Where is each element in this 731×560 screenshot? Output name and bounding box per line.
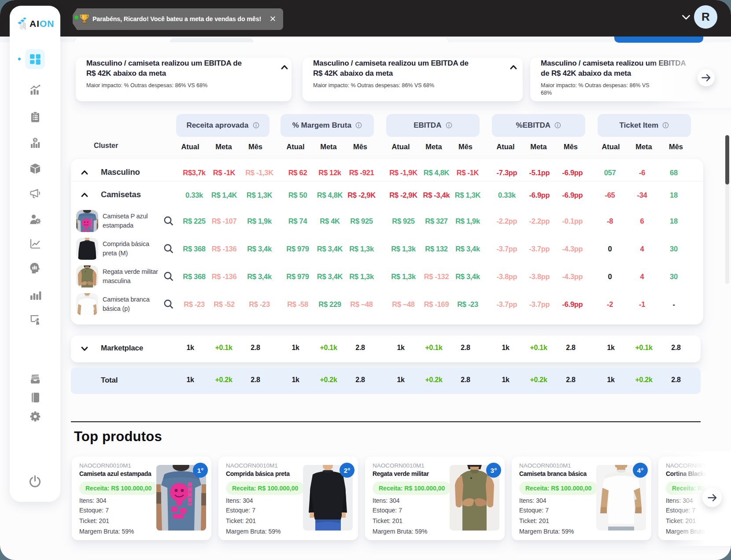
- svg-text:S: S: [34, 138, 37, 142]
